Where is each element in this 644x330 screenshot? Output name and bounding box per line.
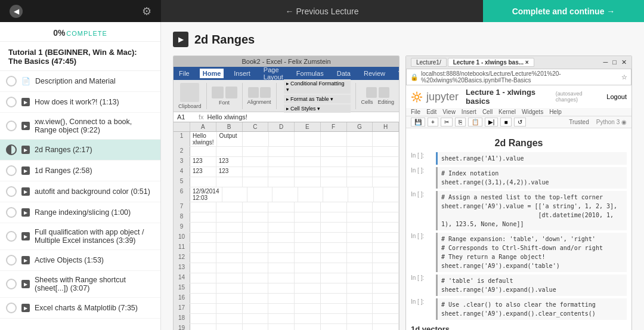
code-cell-4[interactable]: # 'table' is default sheet.range('A9').e… <box>436 275 627 296</box>
cell-15-6[interactable] <box>321 294 347 303</box>
cell-8-6[interactable] <box>321 223 347 232</box>
cell-16-6[interactable] <box>321 304 347 313</box>
cell-11-4[interactable] <box>268 253 295 263</box>
cell-13-1[interactable] <box>190 273 216 283</box>
cell-2-8[interactable] <box>373 157 399 166</box>
sidebar-item-active[interactable]: ▶Active Objects (1:53) <box>0 250 160 271</box>
cell-3-5[interactable] <box>295 167 321 177</box>
cell-8-8[interactable] <box>373 223 399 232</box>
cell-11-6[interactable] <box>321 253 347 263</box>
cell-16-4[interactable] <box>268 304 295 313</box>
cell-14-2[interactable] <box>216 283 243 293</box>
cell-8-3[interactable] <box>243 223 269 232</box>
cell-2-6[interactable] <box>321 157 347 166</box>
cell-0-4[interactable] <box>269 132 295 146</box>
cell-0-3[interactable] <box>243 132 269 146</box>
cell-0-5[interactable] <box>295 132 321 146</box>
cell-3-8[interactable] <box>373 167 399 177</box>
menu-item-file[interactable]: File <box>411 109 420 115</box>
cell-17-3[interactable] <box>243 314 269 323</box>
close-button[interactable]: ✕ <box>621 58 627 66</box>
cell-3-4[interactable] <box>268 167 295 177</box>
paste-btn[interactable]: 📋 <box>468 118 482 127</box>
sidebar-item-2dranges[interactable]: ▶2d Ranges (2:17) <box>0 140 160 161</box>
wrap-icon[interactable] <box>260 87 271 98</box>
cell-4-5[interactable] <box>295 177 321 187</box>
cell-13-6[interactable] <box>321 273 347 283</box>
cell-1-6[interactable] <box>321 147 347 156</box>
cell-2-1[interactable]: 123 <box>190 157 216 166</box>
cell-12-8[interactable] <box>373 263 399 273</box>
cell-11-8[interactable] <box>373 253 399 263</box>
ribbon-tab-data[interactable]: Data <box>334 69 354 78</box>
sidebar-item-1dranges[interactable]: ▶1d Ranges (2:58) <box>0 161 160 181</box>
cell-9-4[interactable] <box>268 233 295 242</box>
cell-5-7[interactable] <box>348 187 373 202</box>
cell-5-6[interactable] <box>323 187 348 202</box>
cell-3-7[interactable] <box>347 167 373 177</box>
cell-6-7[interactable] <box>347 202 373 212</box>
cell-1-3[interactable] <box>243 147 269 156</box>
format-as-table-btn[interactable]: ▸ Format as Table ▾ <box>284 95 351 103</box>
sidebar-item-desc[interactable]: 📄Description and Material <box>0 71 160 92</box>
cell-9-8[interactable] <box>373 233 399 242</box>
cell-6-4[interactable] <box>268 202 295 212</box>
ribbon-tab-view[interactable]: View <box>395 69 400 78</box>
ribbon-tab-insert[interactable]: Insert <box>231 69 253 78</box>
conditional-formatting-btn[interactable]: ▸ Conditional Formatting ▾ <box>284 79 351 94</box>
cell-8-4[interactable] <box>268 223 295 232</box>
minimize-button[interactable]: ─ <box>603 58 608 66</box>
cell-4-2[interactable] <box>216 177 243 187</box>
back-button[interactable]: ◀ <box>10 5 23 18</box>
cell-9-7[interactable] <box>347 233 373 242</box>
cell-15-1[interactable] <box>190 294 216 303</box>
cell-14-7[interactable] <box>347 283 373 293</box>
cell-14-8[interactable] <box>373 283 399 293</box>
restart-btn[interactable]: ↺ <box>514 118 526 127</box>
cell-0-2[interactable]: Output <box>217 132 243 146</box>
cell-12-3[interactable] <box>243 263 269 273</box>
cell-18-7[interactable] <box>347 324 373 330</box>
cell-16-5[interactable] <box>295 304 321 313</box>
cell-7-8[interactable] <box>373 212 399 222</box>
menu-item-help[interactable]: Help <box>549 109 562 115</box>
cell-17-4[interactable] <box>268 314 295 323</box>
cell-5-4[interactable] <box>273 187 298 202</box>
cell-8-5[interactable] <box>295 223 321 232</box>
cell-5-5[interactable] <box>298 187 323 202</box>
cell-5-3[interactable] <box>247 187 273 202</box>
code-cell-0[interactable]: sheet.range('A1').value <box>436 152 627 165</box>
cell-5-1[interactable]: 12/9/2014 12:03 <box>190 187 222 202</box>
cell-17-1[interactable] <box>190 314 216 323</box>
cell-4-7[interactable] <box>347 177 373 187</box>
code-cell-3[interactable]: # Range expansion: 'table', 'down', 'rig… <box>436 233 627 272</box>
cell-11-5[interactable] <box>295 253 321 263</box>
cell-18-4[interactable] <box>268 324 295 330</box>
cell-5-2[interactable] <box>222 187 247 202</box>
cell-4-8[interactable] <box>373 177 399 187</box>
cell-15-2[interactable] <box>216 294 243 303</box>
cell-1-1[interactable] <box>190 147 216 156</box>
cell-15-8[interactable] <box>373 294 399 303</box>
cell-14-5[interactable] <box>295 283 321 293</box>
cell-8-1[interactable] <box>190 223 216 232</box>
cell-18-2[interactable] <box>216 324 243 330</box>
cell-16-3[interactable] <box>243 304 269 313</box>
cell-7-3[interactable] <box>243 212 269 222</box>
stop-btn[interactable]: ■ <box>500 118 511 127</box>
sidebar-item-xwview[interactable]: ▶xw.view(), Connect to a book, Range obj… <box>0 113 160 140</box>
cell-13-3[interactable] <box>243 273 269 283</box>
cell-13-2[interactable] <box>216 273 243 283</box>
cell-0-7[interactable] <box>347 132 373 146</box>
cell-0-6[interactable] <box>321 132 347 146</box>
cell-12-7[interactable] <box>347 263 373 273</box>
cell-2-5[interactable] <box>295 157 321 166</box>
ribbon-tab-formulas[interactable]: Formulas <box>293 69 327 78</box>
cell-13-8[interactable] <box>373 273 399 283</box>
cell-18-8[interactable] <box>373 324 399 330</box>
cell-10-5[interactable] <box>295 243 321 252</box>
cell-8-2[interactable] <box>216 223 243 232</box>
cell-12-5[interactable] <box>295 263 321 273</box>
cell-10-8[interactable] <box>373 243 399 252</box>
cell-16-2[interactable] <box>216 304 243 313</box>
